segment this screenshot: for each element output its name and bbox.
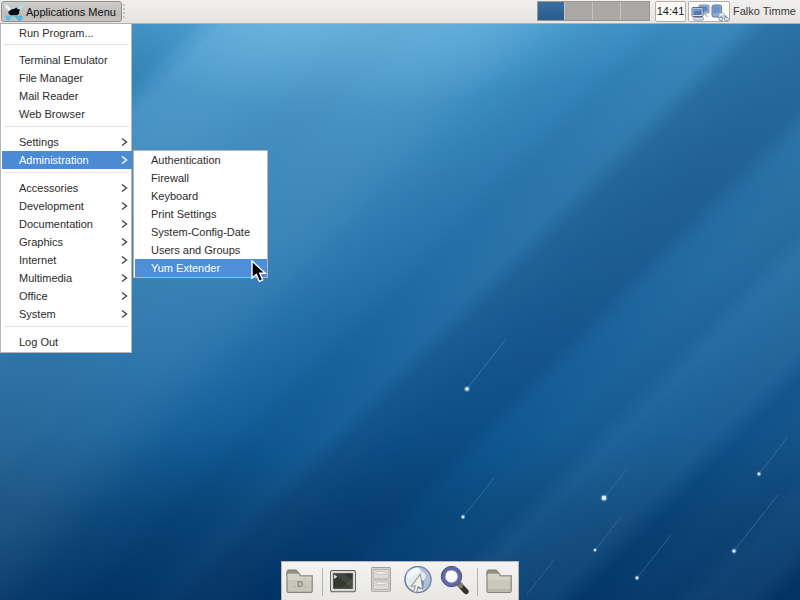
svg-text:D: D [297,579,303,589]
